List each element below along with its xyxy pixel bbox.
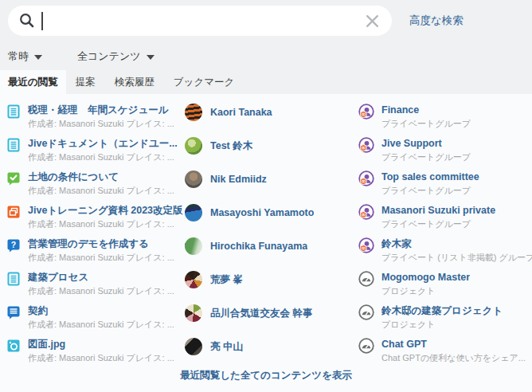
person-name-link[interactable]: Test 鈴木 <box>210 137 252 155</box>
recent-people-column: Kaori Tanaka Test 鈴木 Nik Edmiidz Masayos… <box>185 104 358 371</box>
content-title-link[interactable]: 建築プロセス <box>28 271 174 284</box>
person-name-link[interactable]: Masayoshi Yamamoto <box>210 204 314 221</box>
person-name-link[interactable]: 品川合気道交友会 幹事 <box>210 304 312 322</box>
place-item-text: 鈴木邸の建築プロジェクト プロジェクト <box>381 304 503 331</box>
content-item-text: 営業管理のデモを作成する 作成者: Masanori Suzuki プレイス: … <box>28 237 174 264</box>
document-icon <box>6 272 21 286</box>
content-meta: 作成者: Masanori Suzuki プレイス: ... <box>28 352 174 364</box>
tab[interactable]: 提案 <box>66 70 105 94</box>
place-type: プライベートグループ <box>381 118 471 130</box>
avatar <box>185 104 202 121</box>
search-input[interactable] <box>43 14 364 28</box>
filter-label: 全コンテンツ <box>77 49 141 64</box>
content-item-text: 税理・経理 年間スケジュール 作成者: Masanori Suzuki プレイス… <box>28 104 174 130</box>
content-title-link[interactable]: Jiveトレーニング資料 2023改定版 <box>28 204 183 217</box>
content-item-text: 図面.jpg 作成者: Masanori Suzuki プレイス: ... <box>28 338 174 364</box>
search-bar <box>8 6 392 36</box>
person-item[interactable]: Masayoshi Yamamoto <box>185 204 358 237</box>
place-item[interactable]: Chat GPT Chat GPTの便利な使い方をシェア... <box>358 338 532 371</box>
place-title-link[interactable]: 鈴木邸の建築プロジェクト <box>381 304 503 317</box>
person-item[interactable]: Kaori Tanaka <box>185 104 358 137</box>
place-title-link[interactable]: Finance <box>381 104 471 116</box>
place-type: プライベートグループ <box>381 218 495 230</box>
content-item-text: 建築プロセス 作成者: Masanori Suzuki プレイス: ... <box>28 271 174 297</box>
resolved-icon <box>6 171 21 186</box>
place-item[interactable]: 鈴木家 プライベート (リスト非掲載) グループ <box>358 237 532 271</box>
person-item[interactable]: Nik Edmiidz <box>185 171 358 204</box>
filter-dropdown[interactable]: 常時 <box>8 49 42 64</box>
place-title-link[interactable]: Chat GPT <box>381 338 526 351</box>
place-title-link[interactable]: Mogomogo Master <box>381 271 470 284</box>
avatar <box>185 237 202 255</box>
avatar <box>185 304 202 322</box>
content-meta: 作成者: Masanori Suzuki プレイス: ... <box>28 185 174 197</box>
avatar <box>185 338 202 355</box>
filter-label: 常時 <box>8 49 29 64</box>
content-item[interactable]: 建築プロセス 作成者: Masanori Suzuki プレイス: ... <box>6 271 185 304</box>
content-title-link[interactable]: 税理・経理 年間スケジュール <box>28 104 174 116</box>
person-name-link[interactable]: 亮 中山 <box>210 338 243 355</box>
tab[interactable]: 最近の閲覧 <box>0 70 66 94</box>
person-name-link[interactable]: Nik Edmiidz <box>210 171 267 188</box>
content-title-link[interactable]: Jiveドキュメント（エンドユー... <box>28 137 178 150</box>
content-item-text: 土地の条件について 作成者: Masanori Suzuki プレイス: ... <box>28 171 174 197</box>
project-icon <box>358 304 374 320</box>
place-item-text: Finance プライベートグループ <box>381 104 471 130</box>
content-item[interactable]: 土地の条件について 作成者: Masanori Suzuki プレイス: ... <box>6 171 185 204</box>
content-title-link[interactable]: 図面.jpg <box>28 338 174 351</box>
place-item-text: Top sales committee プライベートグループ <box>381 171 479 197</box>
content-item[interactable]: 税理・経理 年間スケジュール 作成者: Masanori Suzuki プレイス… <box>6 104 185 137</box>
content-item[interactable]: Jiveトレーニング資料 2023改定版 作成者: Masanori Suzuk… <box>6 204 185 237</box>
tab[interactable]: 検索履歴 <box>105 70 164 94</box>
place-item[interactable]: Jive Support プライベートグループ <box>358 137 532 171</box>
content-title-link[interactable]: 営業管理のデモを作成する <box>28 237 174 250</box>
project-icon <box>358 338 374 354</box>
place-item-text: Jive Support プライベートグループ <box>381 137 471 163</box>
place-item[interactable]: Finance プライベートグループ <box>358 104 532 137</box>
place-title-link[interactable]: Masanori Suzuki private <box>381 204 495 217</box>
filter-dropdown[interactable]: 全コンテンツ <box>77 49 155 64</box>
document-icon <box>6 138 21 152</box>
person-item[interactable]: Test 鈴木 <box>185 137 358 171</box>
place-item-text: Masanori Suzuki private プライベートグループ <box>381 204 495 230</box>
person-item[interactable]: Hirochika Funayama <box>185 237 358 271</box>
place-item[interactable]: 鈴木邸の建築プロジェクト プロジェクト <box>358 304 532 338</box>
person-name-link[interactable]: Hirochika Funayama <box>210 237 307 255</box>
person-item[interactable]: 亮 中山 <box>185 338 358 371</box>
place-item-text: 鈴木家 プライベート (リスト非掲載) グループ <box>381 237 532 264</box>
place-title-link[interactable]: 鈴木家 <box>381 237 532 250</box>
person-item[interactable]: 品川合気道交友会 幹事 <box>185 304 358 338</box>
private-group-icon <box>358 137 374 153</box>
avatar <box>185 271 202 288</box>
advanced-search-link[interactable]: 高度な検索 <box>409 14 464 28</box>
content-meta: 作成者: Masanori Suzuki プレイス: ... <box>28 252 174 264</box>
slides-icon <box>6 205 21 219</box>
person-item[interactable]: 荒夢 峯 <box>185 271 358 304</box>
place-title-link[interactable]: Jive Support <box>381 137 471 150</box>
content-item-text: Jiveドキュメント（エンドユー... 作成者: Masanori Suzuki… <box>28 137 178 163</box>
place-item[interactable]: Top sales committee プライベートグループ <box>358 171 532 204</box>
avatar <box>185 137 202 155</box>
content-title-link[interactable]: 土地の条件について <box>28 171 174 183</box>
place-item[interactable]: Mogomogo Master プロジェクト <box>358 271 532 304</box>
show-all-content-link[interactable]: 最近閲覧した全てのコンテンツを表示 <box>0 369 532 382</box>
content-item[interactable]: 契約 作成者: Masanori Suzuki プレイス: ... <box>6 304 185 338</box>
content-meta: 作成者: Masanori Suzuki プレイス: ... <box>28 151 178 163</box>
place-title-link[interactable]: Top sales committee <box>381 171 479 183</box>
private-group-icon <box>358 204 374 220</box>
place-type: プライベート (リスト非掲載) グループ <box>381 252 532 264</box>
content-title-link[interactable]: 契約 <box>28 304 174 317</box>
tab[interactable]: ブックマーク <box>164 70 244 94</box>
clear-search-button[interactable] <box>363 12 381 30</box>
chevron-down-icon <box>34 55 42 60</box>
person-name-link[interactable]: Kaori Tanaka <box>210 104 272 121</box>
content-item[interactable]: Jiveドキュメント（エンドユー... 作成者: Masanori Suzuki… <box>6 137 185 171</box>
search-filters: 常時 全コンテンツ <box>8 49 155 64</box>
person-name-link[interactable]: 荒夢 峯 <box>210 271 243 288</box>
content-item[interactable]: 図面.jpg 作成者: Masanori Suzuki プレイス: ... <box>6 338 185 371</box>
content-item[interactable]: 営業管理のデモを作成する 作成者: Masanori Suzuki プレイス: … <box>6 237 185 271</box>
place-item[interactable]: Masanori Suzuki private プライベートグループ <box>358 204 532 237</box>
question-icon <box>6 238 21 253</box>
content-item-text: 契約 作成者: Masanori Suzuki プレイス: ... <box>28 304 174 331</box>
place-type: プロジェクト <box>381 319 503 331</box>
